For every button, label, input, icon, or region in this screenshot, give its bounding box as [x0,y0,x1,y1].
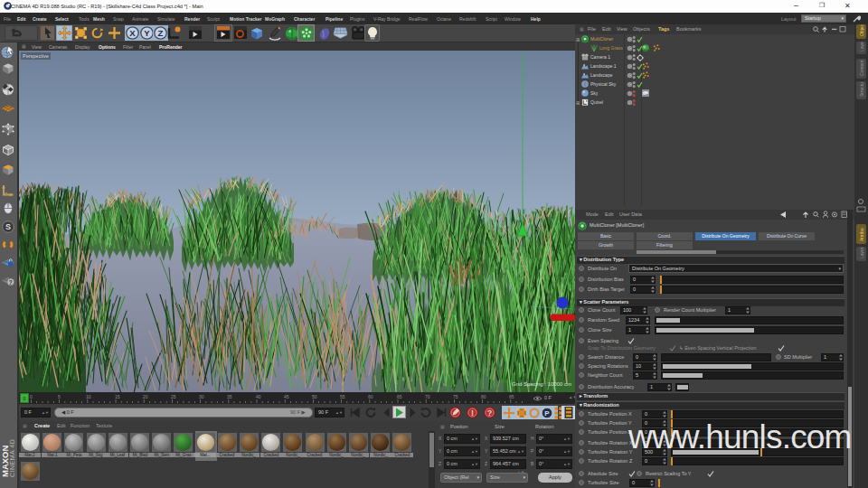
svg-text:?: ? [487,408,493,418]
svg-text:Z: Z [158,28,164,38]
svg-text:Y: Y [144,28,150,38]
svg-text:S: S [5,222,11,231]
svg-text:Attribu: Attribu [859,228,864,241]
svg-text:?: ? [9,279,13,286]
svg-text:CINEMA 4D: CINEMA 4D [9,439,15,477]
svg-text:X: X [129,28,136,38]
svg-text:Content: Content [859,60,864,76]
svg-text:Layer: Layer [859,42,864,52]
svg-text:Structu: Structu [859,82,864,97]
svg-text:Layer: Layer [859,247,864,258]
svg-text:P: P [544,409,550,418]
svg-text:Grid Spacing : 10000 cm: Grid Spacing : 10000 cm [512,381,571,387]
svg-text:Objec: Objec [859,24,864,36]
svg-text:!: ! [471,408,474,418]
